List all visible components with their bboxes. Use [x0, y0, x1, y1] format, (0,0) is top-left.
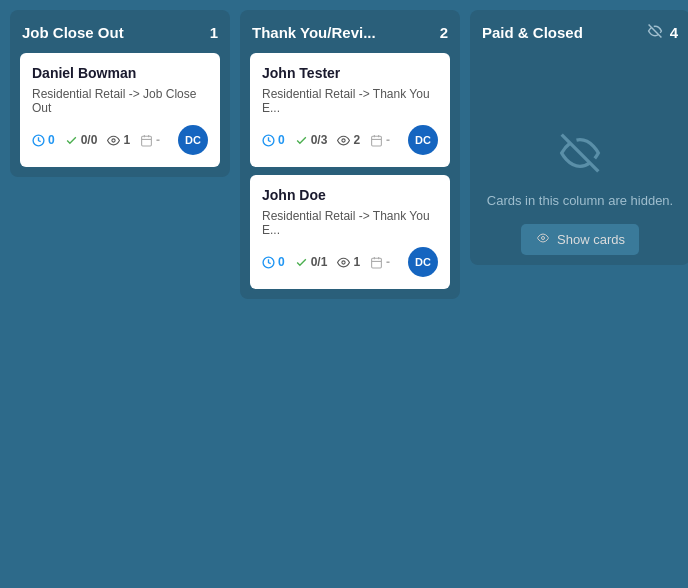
stat-calendar: - [370, 133, 390, 147]
column-job-close-out: Job Close Out1Daniel BowmanResidential R… [10, 10, 230, 177]
cal-value: - [386, 133, 390, 147]
column-header-job-close-out: Job Close Out1 [20, 20, 220, 45]
column-count-job-close-out: 1 [210, 24, 218, 41]
card-name: Daniel Bowman [32, 65, 208, 81]
column-header-paid-closed: Paid & Closed4 [480, 20, 680, 45]
hidden-column-content: Cards in this column are hidden.Show car… [480, 53, 680, 255]
board: Job Close Out1Daniel BowmanResidential R… [10, 10, 688, 299]
hidden-eye-icon [646, 24, 664, 41]
eye-value: 1 [353, 255, 360, 269]
card-footer: 00/11-DC [262, 247, 438, 277]
card-footer: 00/01-DC [32, 125, 208, 155]
column-title-job-close-out: Job Close Out [22, 24, 124, 41]
column-paid-closed: Paid & Closed4Cards in this column are h… [470, 10, 688, 265]
svg-rect-8 [372, 136, 382, 146]
stat-eye: 1 [107, 133, 130, 147]
card-avatar: DC [408, 247, 438, 277]
eye-value: 2 [353, 133, 360, 147]
check-value: 0/3 [311, 133, 328, 147]
hidden-column-text: Cards in this column are hidden. [487, 193, 673, 208]
card-footer: 00/32-DC [262, 125, 438, 155]
column-count-paid-closed: 4 [670, 24, 678, 41]
show-cards-button[interactable]: Show cards [521, 224, 639, 255]
cal-value: - [156, 133, 160, 147]
hidden-big-eye-icon [554, 133, 606, 177]
stat-eye: 2 [337, 133, 360, 147]
column-title-paid-closed: Paid & Closed [482, 24, 583, 41]
svg-rect-2 [142, 136, 152, 146]
card-name: John Doe [262, 187, 438, 203]
svg-point-20 [542, 237, 545, 240]
stat-calendar: - [370, 255, 390, 269]
column-count-thank-you-review: 2 [440, 24, 448, 41]
card-card-daniel[interactable]: Daniel BowmanResidential Retail -> Job C… [20, 53, 220, 167]
card-subtitle: Residential Retail -> Thank You E... [262, 209, 438, 237]
card-name: John Tester [262, 65, 438, 81]
column-title-thank-you-review: Thank You/Revi... [252, 24, 376, 41]
card-avatar: DC [408, 125, 438, 155]
clock-value: 0 [278, 133, 285, 147]
card-card-john-tester[interactable]: John TesterResidential Retail -> Thank Y… [250, 53, 450, 167]
card-subtitle: Residential Retail -> Thank You E... [262, 87, 438, 115]
column-header-thank-you-review: Thank You/Revi...2 [250, 20, 450, 45]
stat-calendar: - [140, 133, 160, 147]
column-thank-you-review: Thank You/Revi...2John TesterResidential… [240, 10, 460, 299]
svg-rect-14 [372, 258, 382, 268]
check-value: 0/0 [81, 133, 98, 147]
show-cards-label: Show cards [557, 232, 625, 247]
stat-clock: 0 [32, 133, 55, 147]
clock-value: 0 [48, 133, 55, 147]
svg-point-13 [342, 260, 345, 263]
clock-value: 0 [278, 255, 285, 269]
svg-point-1 [112, 138, 115, 141]
stat-eye: 1 [337, 255, 360, 269]
cal-value: - [386, 255, 390, 269]
stat-check: 0/3 [295, 133, 328, 147]
show-cards-eye-icon [535, 232, 551, 247]
svg-point-7 [342, 138, 345, 141]
stat-clock: 0 [262, 133, 285, 147]
check-value: 0/1 [311, 255, 328, 269]
stat-clock: 0 [262, 255, 285, 269]
stat-check: 0/0 [65, 133, 98, 147]
eye-value: 1 [123, 133, 130, 147]
card-subtitle: Residential Retail -> Job Close Out [32, 87, 208, 115]
card-avatar: DC [178, 125, 208, 155]
stat-check: 0/1 [295, 255, 328, 269]
card-card-john-doe[interactable]: John DoeResidential Retail -> Thank You … [250, 175, 450, 289]
